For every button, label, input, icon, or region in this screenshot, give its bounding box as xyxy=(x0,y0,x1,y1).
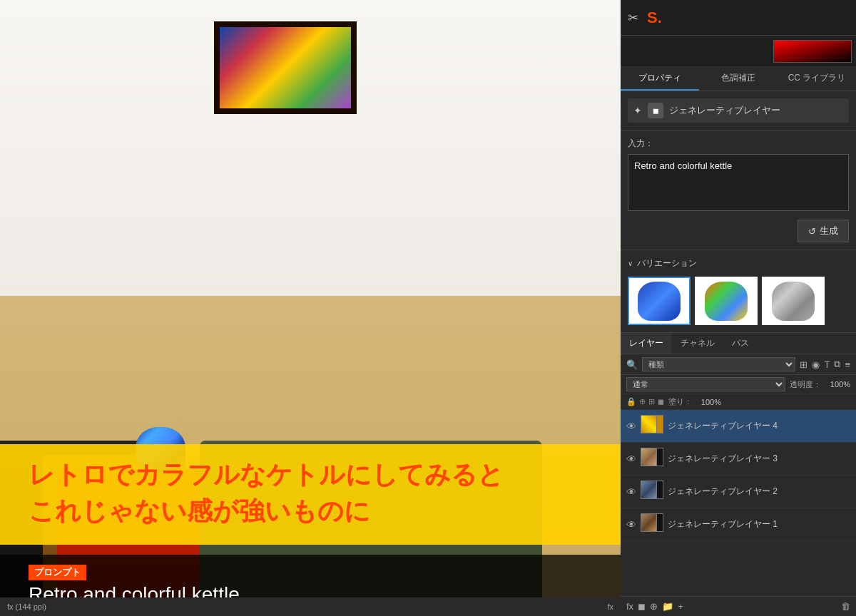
layer-1-visibility-icon[interactable]: 👁 xyxy=(626,519,636,530)
tab-layers[interactable]: レイヤー xyxy=(621,333,672,354)
input-label: 入力： xyxy=(628,138,849,150)
layer-4-visibility-icon[interactable]: 👁 xyxy=(626,421,636,432)
lock-icon[interactable]: 🔒 xyxy=(626,397,636,406)
fx-effects-icon[interactable]: fx xyxy=(626,601,633,612)
generative-input-textarea[interactable] xyxy=(628,154,849,211)
overlay-text-line1: レトロでカラフルなケトルにしてみると xyxy=(29,457,592,493)
variation-1-kettle xyxy=(638,282,681,321)
scissors-icon[interactable]: ✂ xyxy=(628,10,638,26)
layer-item-3[interactable]: 👁 ジェネレーティブレイヤー 3 xyxy=(621,443,856,476)
layers-filter-toolbar: 🔍 種類 ⊞ ◉ T ⧉ ≡ xyxy=(621,354,856,375)
generative-star-icon: ✦ xyxy=(633,105,642,116)
layer-1-thumb-wrapper xyxy=(641,513,663,536)
layers-icon-1[interactable]: ⊞ xyxy=(800,359,807,370)
variations-section: ∨ バリエーション xyxy=(621,250,856,333)
layer-item-1[interactable]: 👁 ジェネレーティブレイヤー 1 xyxy=(621,508,856,541)
layer-4-mask xyxy=(656,415,663,433)
variations-label: バリエーション xyxy=(637,257,697,270)
variation-item-1[interactable] xyxy=(628,277,691,325)
layer-1-mask xyxy=(656,513,663,532)
zoom-level: fx (144 ppi) xyxy=(7,602,46,611)
lock-move-icon[interactable]: ⊕ xyxy=(639,397,646,406)
layer-1-name: ジェネレーティブレイヤー 1 xyxy=(668,518,850,530)
fill-label: 塗り： xyxy=(668,396,692,407)
layer-item-2[interactable]: 👁 ジェネレーティブレイヤー 2 xyxy=(621,476,856,508)
variation-3-kettle xyxy=(772,282,815,321)
opacity-label: 透明度： xyxy=(790,379,821,390)
generative-layer-thumb-icon: ◼ xyxy=(648,103,663,118)
color-gradient-swatch[interactable] xyxy=(773,40,852,63)
lock-art-icon[interactable]: ⊞ xyxy=(648,397,655,406)
tab-channels[interactable]: チャネル xyxy=(672,333,723,354)
variations-grid xyxy=(628,277,849,325)
add-adjustment-icon[interactable]: ⊕ xyxy=(650,601,658,612)
layer-2-name: ジェネレーティブレイヤー 2 xyxy=(668,486,850,498)
fx-button[interactable]: fx xyxy=(607,602,613,611)
generate-button[interactable]: ↺ 生成 xyxy=(798,220,849,242)
search-icon: 🔍 xyxy=(626,359,638,370)
layer-item-4[interactable]: 👁 ジェネレーティブレイヤー 4 xyxy=(621,410,856,443)
layer-2-mask xyxy=(656,481,663,499)
layers-list: 👁 ジェネレーティブレイヤー 4 👁 ジェネレーティブレイヤー 3 👁 xyxy=(621,410,856,596)
top-toolbar: ✂ S. xyxy=(621,0,856,36)
lock-all-icon[interactable]: ◼ xyxy=(658,397,664,406)
folder-icon[interactable]: 📁 xyxy=(662,601,673,612)
generative-layer-label: ジェネレーティブレイヤー xyxy=(669,104,780,117)
color-swatch-area xyxy=(621,36,856,67)
layers-kind-select[interactable]: 種類 xyxy=(642,357,795,371)
layer-3-mask xyxy=(656,448,663,466)
picture-inner xyxy=(220,27,351,108)
layers-tabs: レイヤー チャネル パス xyxy=(621,333,856,354)
fill-row: 🔒 ⊕ ⊞ ◼ 塗り： 100% xyxy=(621,394,856,410)
variation-item-2[interactable] xyxy=(695,277,758,325)
layer-3-thumb-wrapper xyxy=(641,448,663,471)
layers-icon-4[interactable]: ≡ xyxy=(845,359,850,370)
layer-2-visibility-icon[interactable]: 👁 xyxy=(626,486,636,498)
layer-4-name: ジェネレーティブレイヤー 4 xyxy=(668,420,850,432)
variations-header: ∨ バリエーション xyxy=(628,257,849,270)
layers-section: レイヤー チャネル パス 🔍 種類 ⊞ ◉ T ⧉ ≡ 通常 透明度： 100% xyxy=(621,333,856,616)
delete-layer-icon[interactable]: 🗑 xyxy=(841,601,850,612)
fill-value: 100% xyxy=(696,398,721,406)
properties-section: ✦ ◼ ジェネレーティブレイヤー xyxy=(621,91,856,130)
overlay-text-line2: これじゃない感が強いものに xyxy=(29,493,592,529)
tab-properties[interactable]: プロパティ xyxy=(621,67,699,91)
new-layer-icon[interactable]: + xyxy=(678,601,683,612)
input-section: 入力： ↺ 生成 xyxy=(621,130,856,250)
generate-button-label: 生成 xyxy=(820,225,838,237)
layer-4-thumb-wrapper xyxy=(641,415,663,438)
canvas-area: レトロでカラフルなケトルにしてみると これじゃない感が強いものに プロンプト R… xyxy=(0,0,621,616)
generative-layer-row[interactable]: ✦ ◼ ジェネレーティブレイヤー xyxy=(628,98,849,123)
variation-2-kettle xyxy=(705,282,748,321)
tab-cc-library[interactable]: CC ライブラリ xyxy=(778,67,856,91)
lock-icons: 🔒 ⊕ ⊞ ◼ xyxy=(626,397,664,406)
overlay-yellow-box: レトロでカラフルなケトルにしてみると これじゃない感が強いものに xyxy=(0,444,621,545)
variations-chevron-icon[interactable]: ∨ xyxy=(628,260,633,267)
generate-icon: ↺ xyxy=(808,226,816,237)
layers-icon-t[interactable]: T xyxy=(824,359,830,370)
right-panel: ✂ S. プロパティ 色調補正 CC ライブラリ ✦ ◼ ジェネレーティブレイヤ… xyxy=(621,0,856,616)
blend-opacity-row: 通常 透明度： 100% xyxy=(621,375,856,394)
status-bar: fx (144 ppi) fx xyxy=(0,597,621,616)
layers-bottom-toolbar: fx ◼ ⊕ 📁 + 🗑 xyxy=(621,596,856,616)
prompt-label: プロンプト xyxy=(29,565,86,580)
panel-tabs: プロパティ 色調補正 CC ライブラリ xyxy=(621,67,856,91)
tab-paths[interactable]: パス xyxy=(723,333,758,354)
layers-icon-3[interactable]: ⧉ xyxy=(834,359,840,370)
picture-frame xyxy=(214,21,357,114)
layers-icon-2[interactable]: ◉ xyxy=(812,359,820,370)
layer-3-name: ジェネレーティブレイヤー 3 xyxy=(668,453,850,465)
layer-2-thumb-wrapper xyxy=(641,481,663,503)
tab-adjustments[interactable]: 色調補正 xyxy=(699,67,778,91)
adobe-logo: S. xyxy=(647,9,662,27)
opacity-value: 100% xyxy=(825,380,850,389)
variation-item-3[interactable] xyxy=(762,277,825,325)
blend-mode-select[interactable]: 通常 xyxy=(626,377,785,391)
add-mask-icon[interactable]: ◼ xyxy=(638,601,646,612)
layer-3-visibility-icon[interactable]: 👁 xyxy=(626,453,636,465)
